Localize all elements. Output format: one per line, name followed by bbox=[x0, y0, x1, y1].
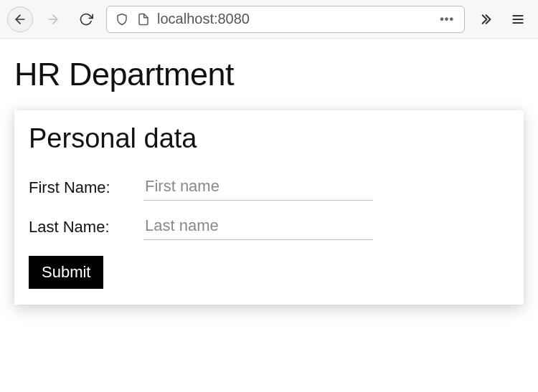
first-name-row: First Name: bbox=[29, 174, 509, 201]
address-bar[interactable]: ••• bbox=[106, 6, 465, 33]
page-title: HR Department bbox=[14, 56, 524, 93]
forward-button[interactable] bbox=[40, 6, 66, 32]
page-icon bbox=[137, 13, 150, 26]
meatballs-icon: ••• bbox=[440, 13, 454, 25]
page-actions-button[interactable]: ••• bbox=[434, 13, 460, 26]
last-name-input[interactable] bbox=[143, 214, 373, 240]
overflow-button[interactable] bbox=[472, 6, 498, 32]
app-menu-button[interactable] bbox=[505, 6, 531, 32]
section-heading: Personal data bbox=[29, 123, 509, 154]
site-info-button[interactable] bbox=[133, 13, 154, 26]
arrow-right-icon bbox=[46, 12, 60, 27]
browser-toolbar: ••• bbox=[0, 0, 538, 39]
shield-icon bbox=[115, 13, 128, 26]
submit-button[interactable]: Submit bbox=[29, 256, 103, 289]
page-content: HR Department Personal data First Name: … bbox=[0, 39, 538, 316]
reload-icon bbox=[79, 12, 93, 27]
tracking-protection-button[interactable] bbox=[111, 13, 133, 26]
first-name-label: First Name: bbox=[29, 178, 143, 197]
first-name-input[interactable] bbox=[143, 174, 373, 201]
last-name-label: Last Name: bbox=[29, 218, 143, 236]
arrow-left-icon bbox=[13, 12, 27, 27]
last-name-row: Last Name: bbox=[29, 214, 509, 240]
chevrons-right-icon bbox=[478, 12, 492, 27]
back-button[interactable] bbox=[7, 6, 33, 32]
hamburger-icon bbox=[511, 12, 525, 27]
reload-button[interactable] bbox=[73, 6, 99, 32]
personal-data-card: Personal data First Name: Last Name: Sub… bbox=[14, 110, 524, 305]
url-input[interactable] bbox=[154, 11, 434, 27]
